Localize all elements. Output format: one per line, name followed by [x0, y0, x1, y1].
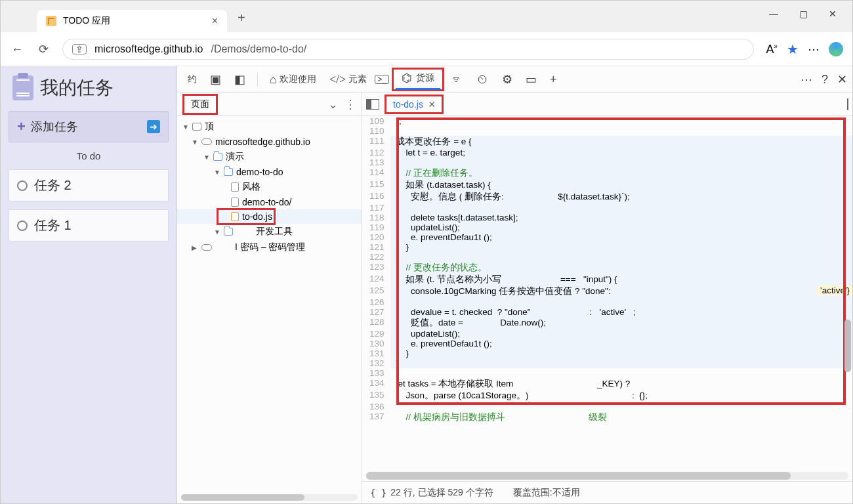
task-label: 任务 1 — [34, 217, 72, 234]
folder-icon — [213, 153, 222, 161]
url-path: /Demos/demo-to-do/ — [211, 43, 306, 55]
file-icon — [231, 182, 239, 192]
tab-favicon — [46, 16, 56, 26]
copilot-icon[interactable] — [829, 42, 843, 56]
close-devtools-icon[interactable]: ✕ — [837, 74, 847, 85]
folder-icon — [224, 228, 233, 236]
submit-task-icon[interactable]: ➜ — [147, 120, 160, 133]
file-icon — [231, 198, 239, 207]
toolbar-item[interactable]: 约 — [182, 70, 202, 89]
devtools-toolbar: 约 ▣ ◧ ⌂ 欢迎使用 </> 元素 >_ ⌬ 货源 ᯤ ⏲ ⚙ ▭ + ⋯ … — [177, 66, 852, 93]
add-task-label: 添加任务 — [31, 119, 78, 135]
window-controls: ― ▢ ✕ — [753, 1, 852, 27]
address-bar[interactable]: ⇪ microsoftedge.github.io/Demos/demo-to-… — [62, 39, 754, 60]
welcome-tab[interactable]: ⌂ 欢迎使用 — [264, 70, 322, 89]
task-item[interactable]: 任务 1 — [9, 209, 169, 242]
code-editor[interactable]: 109}; 110 111成本更改任务 = e { 112 let t = e.… — [362, 116, 852, 471]
section-label: To do — [9, 150, 169, 161]
cloud-icon — [201, 244, 212, 251]
maximize-icon[interactable]: ▢ — [799, 9, 808, 19]
site-info-icon[interactable]: ⇪ — [72, 44, 87, 54]
minimize-icon[interactable]: ― — [769, 9, 778, 19]
app-title-text: 我的任务 — [40, 75, 114, 100]
url-host: microsoftedge.github.io — [94, 43, 203, 55]
clipboard-icon — [12, 75, 33, 100]
devtools-panel: 约 ▣ ◧ ⌂ 欢迎使用 </> 元素 >_ ⌬ 货源 ᯤ ⏲ ⚙ ▭ + ⋯ … — [177, 66, 852, 503]
highlight-box — [217, 208, 276, 225]
code-editor-pane: to-do.js× 109}; 110 111成本更改任务 = e { 112 … — [362, 93, 852, 503]
dock-icon[interactable]: ◧ — [229, 70, 251, 89]
network-icon[interactable]: ᯤ — [447, 70, 469, 89]
more-icon[interactable]: ⋯ — [808, 43, 820, 55]
plus-icon: + — [17, 118, 26, 135]
more-icon[interactable]: ⋮ — [344, 98, 356, 110]
vertical-scrollbar[interactable] — [844, 320, 851, 372]
page-tab[interactable]: 页面 — [182, 94, 218, 115]
todo-app-panel: 我的任务 + 添加任务 ➜ To do 任务 2 任务 1 — [1, 66, 177, 503]
close-window-icon[interactable]: ✕ — [829, 9, 837, 19]
editor-file-tab[interactable]: to-do.js× — [385, 94, 444, 114]
add-task-input[interactable]: + 添加任务 ➜ — [9, 111, 169, 142]
toggle-left-panel-icon[interactable] — [366, 99, 379, 110]
task-radio[interactable] — [17, 220, 28, 231]
file-tree[interactable]: ▼顶 ▼microsoftedge.github.io ▼演示 ▼demo-to… — [177, 116, 362, 494]
browser-title-bar: TODO 应用 × + ― ▢ ✕ — [1, 1, 852, 32]
cloud-icon — [201, 138, 212, 145]
task-item[interactable]: 任务 2 — [9, 169, 169, 201]
browser-tab[interactable]: TODO 应用 × — [37, 10, 227, 32]
task-radio[interactable] — [17, 180, 28, 191]
application-icon[interactable]: ▭ — [520, 70, 542, 89]
toggle-right-panel-icon[interactable] — [847, 99, 848, 110]
read-aloud-icon[interactable]: A» — [766, 43, 778, 55]
folder-icon — [224, 168, 233, 176]
horizontal-scrollbar[interactable] — [366, 472, 848, 480]
close-file-icon[interactable]: × — [428, 98, 436, 110]
tab-close-icon[interactable]: × — [212, 15, 218, 27]
new-tab-button[interactable]: + — [227, 4, 256, 32]
memory-icon[interactable]: ⚙ — [497, 70, 518, 89]
app-title: 我的任务 — [9, 73, 169, 103]
tree-horizontal-scrollbar[interactable] — [181, 494, 358, 501]
task-label: 任务 2 — [34, 177, 72, 194]
elements-tab[interactable]: </> 元素 — [324, 70, 372, 89]
window-icon — [192, 123, 201, 131]
favorite-icon[interactable]: ★ — [787, 41, 799, 57]
performance-icon[interactable]: ⏲ — [472, 70, 494, 89]
tree-file-selected: to-do.js — [177, 209, 362, 224]
sources-navigator: 页面 ⌄ ⋮ ▼顶 ▼microsoftedge.github.io ▼演示 ▼… — [177, 93, 362, 503]
device-toggle-icon[interactable]: ▣ — [205, 70, 226, 89]
navigator-header: 页面 ⌄ ⋮ — [177, 93, 362, 116]
back-icon[interactable]: ← — [10, 42, 24, 56]
bug-icon: ⌬ — [402, 72, 412, 84]
help-icon[interactable]: ? — [822, 74, 828, 85]
status-coverage: 覆盖范围:不适用 — [513, 487, 580, 499]
sources-tab[interactable]: ⌬ 货源 — [392, 68, 444, 91]
refresh-icon[interactable]: ⟳ — [36, 42, 51, 56]
chevron-down-icon[interactable]: ⌄ — [328, 98, 338, 110]
editor-tabs: to-do.js× — [362, 93, 852, 116]
console-icon[interactable]: >_ — [375, 75, 389, 84]
tab-title: TODO 应用 — [63, 15, 110, 27]
add-panel-icon[interactable]: + — [545, 70, 562, 89]
browser-nav-bar: ← ⟳ ⇪ microsoftedge.github.io/Demos/demo… — [1, 32, 852, 66]
more-tools-icon[interactable]: ⋯ — [801, 74, 812, 85]
status-selection: 22 行, 已选择 529 个字符 — [390, 487, 493, 499]
editor-status-bar: { } 22 行, 已选择 529 个字符 覆盖范围:不适用 — [362, 481, 852, 503]
